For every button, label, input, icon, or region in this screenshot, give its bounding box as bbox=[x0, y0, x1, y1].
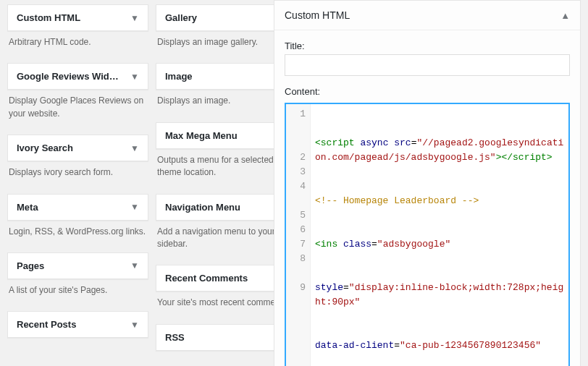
panel-header[interactable]: Custom HTML ▲ bbox=[274, 1, 580, 30]
widget-title: Recent Comments bbox=[165, 273, 248, 284]
widget-title: Gallery bbox=[165, 12, 197, 23]
widget-title: Google Reviews Wid… bbox=[17, 71, 119, 82]
chevron-down-icon[interactable]: ▼ bbox=[126, 72, 139, 82]
widget-title: Ivory Search bbox=[17, 142, 73, 153]
widget-title: Custom HTML bbox=[17, 12, 80, 23]
panel-title: Custom HTML bbox=[285, 9, 350, 21]
available-widgets-col-1: Custom HTML▼Arbitrary HTML code.Google R… bbox=[7, 0, 148, 351]
available-widget[interactable]: Custom HTML▼ bbox=[7, 4, 148, 31]
content-label: Content: bbox=[285, 86, 570, 97]
widget-title: RSS bbox=[165, 332, 185, 343]
widget-title: Max Mega Menu bbox=[165, 130, 238, 141]
widget-title: Pages bbox=[17, 260, 44, 271]
available-widget[interactable]: Google Reviews Wid…▼ bbox=[7, 63, 148, 90]
chevron-down-icon[interactable]: ▼ bbox=[126, 13, 139, 23]
title-input[interactable] bbox=[285, 54, 570, 76]
widget-title: Meta bbox=[17, 202, 38, 213]
available-widget[interactable]: Meta▼ bbox=[7, 194, 148, 221]
line-gutter: 123456789 bbox=[286, 104, 311, 366]
title-label: Title: bbox=[285, 41, 570, 51]
content-code-editor[interactable]: 123456789 <script async src="//pagead2.g… bbox=[285, 103, 570, 366]
chevron-down-icon[interactable]: ▼ bbox=[126, 202, 139, 212]
collapse-icon[interactable]: ▲ bbox=[560, 10, 570, 21]
widget-title: Image bbox=[165, 71, 193, 82]
chevron-down-icon[interactable]: ▼ bbox=[126, 260, 139, 271]
available-widget[interactable]: Pages▼ bbox=[7, 252, 148, 279]
available-widget[interactable]: Recent Posts▼ bbox=[7, 311, 148, 338]
widget-title: Recent Posts bbox=[17, 319, 76, 330]
widget-title: Navigation Menu bbox=[165, 202, 240, 213]
code-area[interactable]: <script async src="//pagead2.googlesyndi… bbox=[311, 104, 568, 366]
widget-description: Arbitrary HTML code. bbox=[7, 31, 148, 59]
chevron-down-icon[interactable]: ▼ bbox=[126, 320, 139, 330]
widget-description: Display Google Places Reviews on your we… bbox=[7, 90, 148, 130]
widget-editor-panel: Custom HTML ▲ Title: Content: 123456789 … bbox=[274, 0, 581, 366]
chevron-down-icon[interactable]: ▼ bbox=[126, 143, 139, 153]
widget-description: A list of your site's Pages. bbox=[7, 279, 148, 307]
widget-description: Displays ivory search form. bbox=[7, 161, 148, 189]
available-widget[interactable]: Ivory Search▼ bbox=[7, 135, 148, 161]
widget-description: Login, RSS, & WordPress.org links. bbox=[7, 221, 148, 248]
